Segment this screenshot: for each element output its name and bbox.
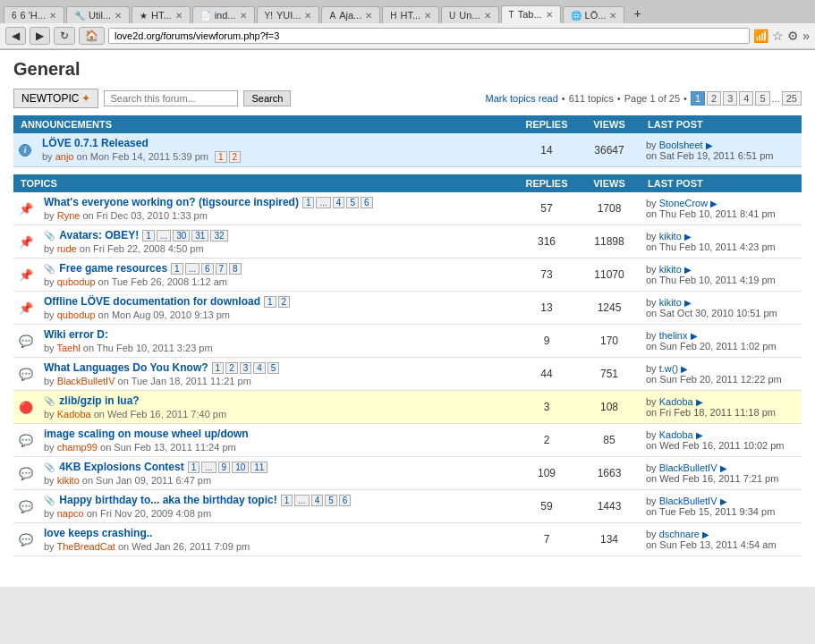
tab-1[interactable]: 🔧Util...✕ — [66, 6, 130, 23]
topic-title-10[interactable]: love keeps crashing.. — [44, 527, 152, 539]
topic-title-8[interactable]: 4KB Explosions Contest — [59, 461, 183, 473]
tab-8[interactable]: TTab...✕ — [501, 5, 561, 23]
topic-lastpost-author-3[interactable]: kikito — [659, 297, 682, 308]
topic-page-link-5-2[interactable]: 3 — [240, 362, 252, 374]
tab-6[interactable]: HHT...✕ — [382, 6, 439, 23]
topic-author-9[interactable]: napco — [57, 508, 84, 519]
topic-page-link-0-1[interactable]: ... — [316, 197, 330, 208]
topic-page-link-3-1[interactable]: 2 — [278, 296, 291, 308]
topic-title-5[interactable]: What Languages Do You Know? — [44, 361, 208, 374]
topic-page-link-1-2[interactable]: 30 — [173, 230, 190, 242]
page-num-1[interactable]: 1 — [691, 91, 705, 106]
topic-page-link-3-0[interactable]: 1 — [264, 296, 276, 308]
topic-author-10[interactable]: TheBreadCat — [56, 541, 115, 552]
topic-page-link-8-1[interactable]: ... — [201, 462, 216, 473]
topic-lastpost-author-9[interactable]: BlackBulletIV — [659, 496, 717, 506]
topic-page-link-2-1[interactable]: ... — [185, 263, 200, 275]
tab-0[interactable]: 66 'H...✕ — [4, 6, 64, 23]
topic-author-0[interactable]: Ryne — [57, 210, 81, 221]
topic-page-link-1-3[interactable]: 31 — [191, 230, 208, 242]
topic-title-9[interactable]: Happy birthday to... aka the birthday to… — [59, 494, 276, 506]
topic-page-link-2-2[interactable]: 6 — [201, 263, 214, 275]
topic-title-0[interactable]: What's everyone working on? (tigsource i… — [44, 196, 299, 208]
search-button[interactable]: Search — [243, 90, 291, 106]
page-num-2[interactable]: 2 — [707, 91, 721, 106]
page-num-3[interactable]: 3 — [723, 91, 737, 106]
page-num-5[interactable]: 5 — [755, 91, 769, 106]
topic-page-link-8-0[interactable]: 1 — [188, 462, 200, 473]
topic-title-2[interactable]: Free game resources — [59, 262, 167, 275]
topic-page-link-8-4[interactable]: 11 — [250, 462, 267, 473]
topic-author-8[interactable]: kikito — [57, 475, 80, 486]
new-topic-button[interactable]: NEWTOPIC ✦ — [13, 89, 98, 108]
topic-page-link-2-3[interactable]: 7 — [216, 263, 228, 275]
topic-page-link-2-0[interactable]: 1 — [171, 263, 183, 275]
tab-7[interactable]: UUn...✕ — [441, 6, 498, 23]
page-num-4[interactable]: 4 — [739, 91, 753, 106]
tools-icon[interactable]: ⚙ — [787, 29, 799, 43]
forward-button[interactable]: ▶ — [30, 27, 50, 45]
topic-page-link-0-4[interactable]: 6 — [361, 197, 373, 208]
announce-page-link-1[interactable]: 1 — [215, 151, 227, 163]
topic-page-link-0-3[interactable]: 5 — [346, 197, 359, 208]
topic-page-link-1-0[interactable]: 1 — [142, 230, 155, 242]
announce-author-0[interactable]: anjo — [55, 151, 74, 162]
topic-title-4[interactable]: Wiki error D: — [44, 328, 108, 341]
topic-page-link-1-1[interactable]: ... — [157, 230, 171, 242]
topic-lastpost-author-0[interactable]: StoneCrow — [659, 198, 708, 208]
topic-page-link-9-0[interactable]: 1 — [281, 495, 293, 506]
topic-page-link-5-4[interactable]: 5 — [267, 362, 280, 374]
topic-page-link-1-4[interactable]: 32 — [210, 230, 227, 242]
topic-page-link-0-2[interactable]: 4 — [333, 197, 345, 208]
topic-page-link-9-3[interactable]: 5 — [325, 495, 337, 506]
topic-lastpost-author-5[interactable]: t.w() — [659, 363, 678, 374]
rss-icon[interactable]: 📶 — [753, 29, 768, 43]
topic-page-link-0-0[interactable]: 1 — [302, 197, 315, 208]
mark-read-link[interactable]: Mark topics read — [486, 93, 558, 104]
topic-page-link-2-4[interactable]: 8 — [229, 263, 242, 275]
home-button[interactable]: 🏠 — [79, 27, 105, 45]
tab-9[interactable]: 🌐LÖ...✕ — [563, 6, 625, 23]
topic-page-link-5-0[interactable]: 1 — [212, 362, 225, 374]
topic-lastpost-author-6[interactable]: Kadoba — [659, 396, 693, 407]
back-button[interactable]: ◀ — [5, 27, 26, 45]
topic-page-link-9-2[interactable]: 4 — [311, 495, 324, 506]
topic-title-7[interactable]: image scaling on mouse wheel up/down — [44, 428, 249, 440]
topic-page-link-8-2[interactable]: 9 — [218, 462, 231, 473]
bookmark-star-icon[interactable]: ☆ — [772, 29, 784, 43]
url-bar[interactable] — [108, 28, 750, 44]
topic-author-2[interactable]: qubodup — [57, 276, 96, 287]
topic-author-6[interactable]: Kadoba — [57, 409, 91, 419]
topic-lastpost-author-7[interactable]: Kadoba — [659, 429, 693, 440]
topic-page-link-9-4[interactable]: 6 — [339, 495, 352, 506]
topic-title-1[interactable]: Avatars: OBEY! — [59, 229, 139, 242]
topic-page-link-8-3[interactable]: 10 — [232, 462, 249, 473]
topic-author-7[interactable]: champ99 — [57, 442, 98, 453]
topic-page-link-5-3[interactable]: 4 — [253, 362, 266, 374]
announce-lastpost-author-0[interactable]: Boolsheet — [659, 140, 703, 150]
topic-lastpost-author-1[interactable]: kikito — [659, 231, 682, 242]
topic-lastpost-author-8[interactable]: BlackBulletIV — [659, 462, 717, 473]
page-num-last[interactable]: 25 — [782, 91, 802, 106]
tab-5[interactable]: AAja...✕ — [321, 6, 380, 23]
topic-author-4[interactable]: Taehl — [56, 343, 80, 353]
topic-lastpost-author-4[interactable]: thelinx — [659, 330, 688, 341]
topic-title-6[interactable]: zlib/gzip in lua? — [59, 394, 139, 407]
topic-lastpost-author-10[interactable]: dschnare — [659, 529, 700, 539]
topic-page-link-5-1[interactable]: 2 — [225, 362, 238, 374]
new-tab-button[interactable]: + — [626, 4, 648, 23]
tab-3[interactable]: 📄ind...✕ — [192, 6, 255, 23]
topic-author-5[interactable]: BlackBulletIV — [57, 376, 115, 386]
more-icon[interactable]: » — [802, 29, 810, 43]
topic-author-3[interactable]: qubodup — [57, 309, 96, 320]
tab-4[interactable]: Y!YUI...✕ — [257, 6, 320, 23]
topic-author-1[interactable]: rude — [57, 243, 77, 254]
announce-page-link-2[interactable]: 2 — [229, 151, 242, 163]
search-input[interactable] — [104, 90, 238, 106]
topic-page-link-9-1[interactable]: ... — [294, 495, 309, 506]
reload-button[interactable]: ↻ — [54, 27, 75, 45]
tab-2[interactable]: ★HT...✕ — [132, 6, 191, 23]
topic-title-3[interactable]: Offline LÖVE documentation for download — [44, 295, 260, 308]
announce-topic-title-0[interactable]: LÖVE 0.7.1 Released — [42, 137, 149, 149]
topic-lastpost-author-2[interactable]: kikito — [659, 264, 682, 275]
